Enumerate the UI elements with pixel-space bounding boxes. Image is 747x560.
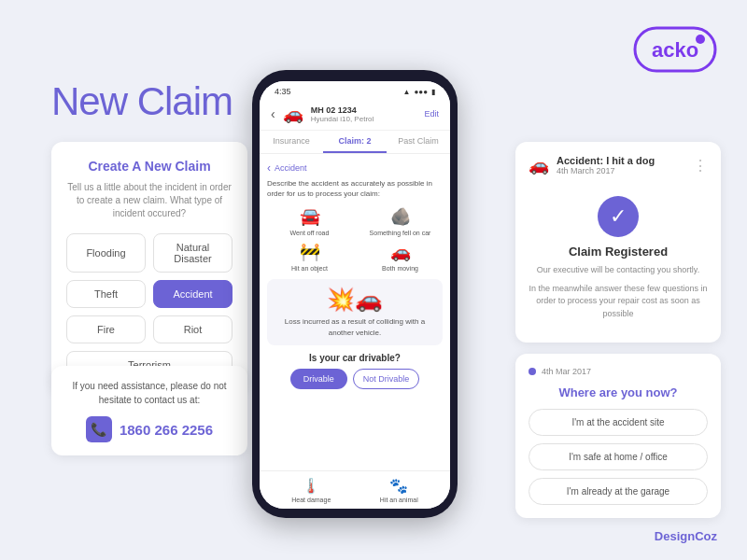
create-claim-title: Create A New Claim [66,159,233,174]
hit-animal-label: Hit an animal [380,497,418,503]
location-home-office[interactable]: I'm safe at home / office [529,443,708,470]
accident-icon-grid: 🚘 Went off road 🪨 Something fell on car … [267,206,443,272]
location-date: 4th Mar 2017 [542,367,591,376]
drivable-buttons: Drivable Not Drivable [267,369,443,389]
designcoz-d: D [655,529,663,543]
phone-time: 4:35 [275,87,291,96]
both-moving-icon: 🚗 [390,242,411,262]
contact-phone[interactable]: 📞 1860 266 2256 [66,416,233,442]
incident-natural-disaster[interactable]: Natural Disaster [153,233,233,273]
heat-damage-label: Heat damage [291,497,331,503]
location-garage[interactable]: I'm already at the garage [529,478,708,505]
more-options-icon[interactable]: ⋮ [693,157,708,175]
contact-text: If you need assistance, please do not he… [66,379,233,407]
phone-bottom-icons: 🌡️ Heat damage 🐾 Hit an animal [260,470,450,509]
collision-description: Loss incurred as a result of colliding w… [275,316,435,337]
collision-box: 💥🚗 Loss incurred as a result of collidin… [267,279,443,344]
icon-heat-damage[interactable]: 🌡️ Heat damage [291,477,331,503]
date-divider: 4th Mar 2017 [529,367,708,376]
hit-object-label: Hit an object [291,265,328,272]
phone-car-header: ‹ 🚗 MH 02 1234 Hyundai i10, Petrol Edit [260,98,450,131]
claim-card-header: 🚗 Accident: I hit a dog 4th March 2017 ⋮ [529,155,708,175]
registered-section: ✓ Claim Registered Our executive will be… [529,187,708,329]
car-crash-icon: 💥🚗 [275,287,435,313]
tab-claim[interactable]: Claim: 2 [323,131,387,153]
phone-tabs: Insurance Claim: 2 Past Claim [260,131,450,154]
drivable-question: Is your car drivable? [267,353,443,363]
claim-car-icon: 🚗 [529,155,549,175]
icon-hit-animal[interactable]: 🐾 Hit an animal [380,477,418,503]
svg-text:acko: acko [652,38,698,62]
accident-description: Describe the accident as accurately as p… [267,178,443,199]
acko-logo: acko [633,26,717,73]
phone-content: Accident Describe the accident as accura… [260,154,450,470]
accident-label: Accident [267,161,443,175]
went-off-road-label: Went off road [290,230,330,236]
drivable-button[interactable]: Drivable [290,369,347,389]
create-claim-card: Create A New Claim Tell us a little abou… [51,142,247,394]
acko-logo-svg: acko [633,26,717,73]
incident-riot[interactable]: Riot [153,315,233,343]
check-circle-icon: ✓ [598,196,639,237]
designcoz-text: esignCoz [663,529,717,543]
signal-icon: ●●● [415,88,429,96]
went-off-road-icon: 🚘 [300,206,320,227]
battery-icon: ▮ [431,88,435,96]
edit-link[interactable]: Edit [424,109,439,119]
phone-mockup: 4:35 ▲ ●●● ▮ ‹ 🚗 MH 02 1234 Hyundai i10,… [252,70,458,518]
wifi-icon: ▲ [403,88,411,96]
registered-subtitle: Our executive will be contacting you sho… [529,264,708,277]
heat-damage-icon: 🌡️ [302,477,320,495]
back-arrow-icon[interactable]: ‹ [271,106,275,121]
hit-animal-icon: 🐾 [389,477,408,495]
claim-card: 🚗 Accident: I hit a dog 4th March 2017 ⋮… [515,142,721,343]
svg-point-2 [696,35,705,44]
location-question: Where are you now? [529,385,708,399]
not-drivable-button[interactable]: Not Drivable [353,369,420,389]
fell-on-car-icon: 🪨 [390,206,411,227]
both-moving-label: Both moving [382,265,418,272]
hit-object-icon: 🚧 [300,242,320,262]
contact-card: If you need assistance, please do not he… [51,366,247,455]
incident-grid: Flooding Natural Disaster Theft Accident… [66,233,233,379]
right-panel: 🚗 Accident: I hit a dog 4th March 2017 ⋮… [515,142,721,518]
claim-date: 4th March 2017 [557,166,655,175]
car-info: MH 02 1234 Hyundai i10, Petrol [311,105,417,123]
icon-hit-object[interactable]: 🚧 Hit an object [267,242,352,272]
phone-status-bar: 4:35 ▲ ●●● ▮ [260,81,450,98]
tab-past-claim[interactable]: Past Claim [387,131,450,153]
car-thumbnail: 🚗 [283,104,303,124]
phone-number: 1860 266 2256 [120,422,213,438]
claim-header-info: Accident: I hit a dog 4th March 2017 [557,155,655,175]
location-card: 4th Mar 2017 Where are you now? I'm at t… [515,354,721,518]
incident-accident[interactable]: Accident [153,280,233,308]
location-accident-site[interactable]: I'm at the accident site [529,409,708,436]
incident-theft[interactable]: Theft [66,280,146,308]
car-model: Hyundai i10, Petrol [311,115,417,123]
registered-description: In the meanwhile answer these few questi… [529,283,708,321]
phone-status-icons: ▲ ●●● ▮ [403,88,435,96]
icon-both-moving[interactable]: 🚗 Both moving [358,242,443,272]
tab-insurance[interactable]: Insurance [260,131,323,153]
phone-icon: 📞 [86,416,112,442]
registered-title: Claim Registered [529,245,708,259]
phone-screen: 4:35 ▲ ●●● ▮ ‹ 🚗 MH 02 1234 Hyundai i10,… [260,81,450,509]
date-dot [529,368,536,375]
fell-on-car-label: Something fell on car [370,230,431,236]
claim-header-left: 🚗 Accident: I hit a dog 4th March 2017 [529,155,655,175]
page-title: New Claim [51,79,233,124]
car-plate: MH 02 1234 [311,105,417,115]
icon-fell-on-car[interactable]: 🪨 Something fell on car [358,206,443,236]
incident-fire[interactable]: Fire [66,315,146,343]
icon-went-off-road[interactable]: 🚘 Went off road [267,206,352,236]
incident-flooding[interactable]: Flooding [66,233,146,273]
claim-title: Accident: I hit a dog [557,155,655,166]
create-claim-description: Tell us a little about the incident in o… [66,181,233,220]
designcoz-watermark: DesignCoz [655,529,717,543]
